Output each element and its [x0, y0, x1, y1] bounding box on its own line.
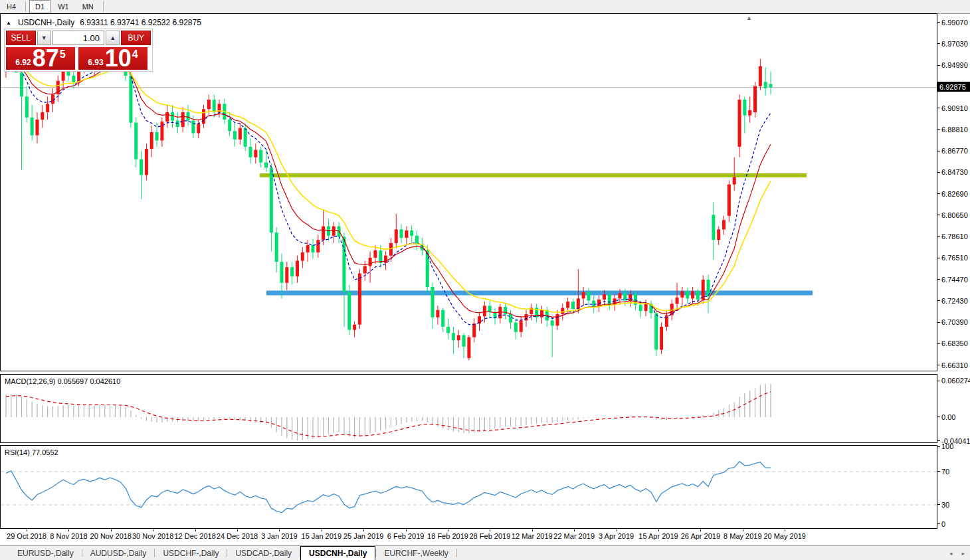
time-axis-tick [743, 529, 743, 531]
rsi-axis-label: 30 [937, 500, 970, 509]
macd-indicator-pane[interactable]: MACD(12,26,9) 0.055697 0.042610 [0, 374, 937, 443]
sell-price-pips: 87 [33, 47, 59, 70]
date-label: 30 Nov 2018 [132, 532, 173, 540]
time-axis-tick [279, 529, 280, 531]
date-label: 3 Apr 2019 [599, 532, 634, 540]
time-axis-tick [532, 529, 533, 531]
time-axis-tick [111, 529, 112, 531]
price-axis-label: 6.94990 [937, 61, 970, 70]
chart-ohlc-values: 6.93311 6.93741 6.92532 6.92875 [80, 18, 201, 27]
autoscroll-marker-icon[interactable]: ▲ [746, 15, 752, 21]
date-label: 28 Feb 2019 [470, 532, 511, 540]
time-axis-tick [68, 529, 69, 531]
sell-price-box[interactable]: 6.92 87 5 [6, 47, 75, 70]
chart-tab-bar: EURUSD-,DailyAUDUSD-,DailyUSDCHF-,DailyU… [0, 545, 970, 560]
date-label: 26 Apr 2019 [681, 532, 720, 540]
timeframe-button-mn[interactable]: MN [76, 0, 100, 13]
buy-button[interactable]: BUY [121, 31, 151, 45]
collapse-icon[interactable]: ▲ [6, 20, 11, 26]
chart-tab-usdcad-daily[interactable]: USDCAD-,Daily [227, 546, 300, 560]
time-axis-tick [406, 529, 407, 531]
volume-increase-button[interactable]: ▲ [106, 31, 120, 45]
price-axis-label: 6.80650 [937, 211, 970, 219]
sell-button[interactable]: SELL [6, 31, 36, 45]
timeframe-button-w1[interactable]: W1 [52, 0, 75, 13]
time-axis-tick [363, 529, 364, 531]
date-label: 12 Dec 2018 [174, 532, 215, 540]
toolbar-separator [25, 1, 26, 12]
time-axis-tick [785, 529, 785, 531]
rsi-axis-label: 70 [937, 467, 970, 476]
rsi-label: RSI(14) 77.0552 [5, 448, 58, 456]
time-axis-tick [658, 529, 659, 531]
price-chart-pane[interactable]: ▲ USDCNH-,Daily 6.93311 6.93741 6.92532 … [0, 13, 937, 371]
price-axis-label: 6.90910 [937, 104, 970, 112]
rsi-axis-label: 0 [937, 519, 970, 528]
time-axis[interactable]: 29 Oct 20188 Nov 201820 Nov 201830 Nov 2… [0, 529, 970, 545]
price-axis-label: 6.97030 [937, 39, 970, 48]
date-label: 25 Jan 2019 [343, 532, 384, 540]
rsi-axis-label: 100 [937, 442, 970, 451]
time-axis-tick [490, 529, 490, 531]
price-axis-label: 6.70390 [937, 318, 970, 327]
date-label: 18 Feb 2019 [427, 532, 468, 540]
chart-tab-audusd-daily[interactable]: AUDUSD-,Daily [82, 546, 155, 560]
date-label: 8 May 2019 [724, 532, 761, 540]
current-price-label: 6.92875 [937, 82, 970, 92]
date-label: 20 May 2019 [763, 532, 806, 540]
price-axis-label: 6.74470 [937, 275, 970, 284]
timeframe-button-h4[interactable]: H4 [1, 0, 22, 13]
time-axis-tick [700, 529, 701, 531]
sell-price-handle: 6.92 [15, 58, 31, 67]
price-axis-label: 6.99070 [937, 18, 970, 27]
time-axis-tick [237, 529, 238, 531]
tab-scroll-right-icon[interactable]: ▸ [961, 550, 965, 557]
trading-platform-window: H4D1W1MN ▲ USDCNH-,Daily 6.93311 6.93741… [0, 0, 970, 560]
buy-price-handle: 6.93 [88, 58, 103, 67]
buy-price-pips: 10 [105, 47, 132, 70]
date-label: 20 Nov 2018 [90, 532, 132, 540]
date-label: 29 Oct 2018 [7, 532, 47, 540]
macd-axis-label: 0.060274 [937, 377, 970, 385]
time-axis-tick [574, 529, 575, 531]
date-label: 24 Dec 2018 [217, 532, 258, 540]
tab-separator [456, 549, 457, 557]
timeframe-button-d1[interactable]: D1 [29, 0, 50, 13]
macd-label: MACD(12,26,9) 0.055697 0.042610 [5, 377, 120, 385]
price-axis-label: 6.86770 [937, 147, 970, 155]
buy-price-box[interactable]: 6.93 10 4 [78, 47, 147, 70]
price-axis-label: 6.82690 [937, 189, 970, 198]
macd-chart[interactable] [1, 375, 937, 442]
toolbar-separator [103, 1, 104, 12]
price-axis-label: 6.72430 [937, 296, 970, 305]
chart-header: ▲ USDCNH-,Daily 6.93311 6.93741 6.92532 … [6, 18, 201, 27]
time-axis-tick [153, 529, 153, 531]
chevron-down-icon: ▼ [41, 35, 47, 41]
chart-tab-usdcnh-daily[interactable]: USDCNH-,Daily [300, 546, 375, 560]
volume-decrease-button[interactable]: ▼ [37, 31, 51, 45]
price-axis-label: 6.76510 [937, 254, 970, 262]
chart-tab-eurusd-daily[interactable]: EURUSD-,Daily [9, 546, 82, 560]
chart-tab-usdchf-daily[interactable]: USDCHF-,Daily [155, 546, 227, 560]
rsi-indicator-pane[interactable]: RSI(14) 77.0552 [0, 445, 937, 529]
date-label: 15 Apr 2019 [638, 532, 678, 540]
price-axis-label: 6.66310 [937, 361, 970, 369]
volume-input[interactable] [52, 31, 104, 45]
price-axis-label: 6.88810 [937, 125, 970, 134]
time-axis-tick [27, 529, 27, 531]
sell-price-point: 5 [60, 48, 66, 60]
timeframe-buttons: H4D1W1MN [0, 0, 106, 13]
rsi-chart[interactable] [1, 446, 937, 528]
time-axis-tick [195, 529, 196, 531]
macd-axis-label: 0.00 [937, 413, 970, 421]
price-axis-label: 6.78610 [937, 233, 970, 241]
time-axis-tick [448, 529, 448, 531]
date-label: 3 Jan 2019 [261, 532, 297, 540]
date-label: 15 Jan 2019 [302, 532, 342, 540]
one-click-trade-panel: SELL ▼ ▲ BUY 6.92 87 5 6.93 10 [4, 29, 153, 72]
chart-title: USDCNH-,Daily [18, 18, 74, 27]
tab-scroll-left-icon[interactable]: ◂ [949, 550, 953, 557]
timeframe-toolbar: H4D1W1MN [0, 0, 970, 14]
time-axis-tick [617, 529, 617, 531]
chart-tab-eurchf-weekly[interactable]: EURCHF-,Weekly [376, 546, 456, 560]
